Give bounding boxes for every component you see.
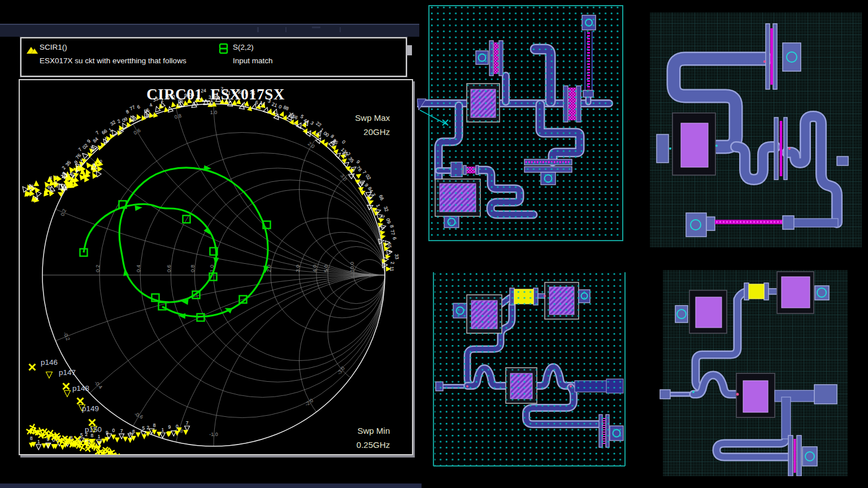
smith-grid-labels: 0.20.40.60.81.02.03.04.05.010.00.20.40.6… bbox=[59, 110, 355, 437]
svg-text:76: 76 bbox=[355, 165, 363, 173]
svg-text:35: 35 bbox=[64, 160, 72, 168]
svg-text:7: 7 bbox=[94, 129, 100, 136]
point-labels: p146p147p148p149p150 bbox=[29, 358, 102, 446]
svg-text:5: 5 bbox=[50, 189, 53, 194]
svg-text:3: 3 bbox=[310, 120, 315, 126]
svg-text:66: 66 bbox=[101, 128, 108, 136]
svg-text:1: 1 bbox=[37, 439, 40, 445]
svg-text:7: 7 bbox=[60, 182, 63, 188]
swp-min-value: 0.25GHz bbox=[316, 438, 390, 452]
svg-text:8: 8 bbox=[389, 224, 395, 228]
svg-text:84: 84 bbox=[92, 136, 99, 144]
window-scroll-nub[interactable] bbox=[406, 45, 412, 55]
svg-text:-0.6: -0.6 bbox=[133, 411, 144, 420]
yellow-triangle-marker-icon bbox=[26, 45, 41, 55]
output-pad bbox=[814, 385, 837, 404]
svg-text:66: 66 bbox=[292, 113, 299, 120]
svg-text:4: 4 bbox=[387, 250, 393, 253]
toolbar-glyph bbox=[257, 27, 259, 32]
layout-panel-top-left[interactable] bbox=[417, 5, 624, 244]
grid-dots-overlay bbox=[429, 6, 622, 240]
svg-text:8: 8 bbox=[132, 429, 135, 434]
legend-series2-name: S(2,2) bbox=[233, 43, 254, 51]
green-trace-s22 bbox=[80, 165, 271, 321]
svg-text:-1.0: -1.0 bbox=[209, 432, 218, 437]
svg-text:0: 0 bbox=[278, 103, 283, 110]
svg-text:76: 76 bbox=[75, 152, 83, 160]
direction-arrow-icon bbox=[135, 204, 143, 211]
legend-series1-name: SCIR1() bbox=[40, 43, 67, 51]
capacitor-component[interactable] bbox=[774, 117, 787, 180]
svg-text:09: 09 bbox=[121, 116, 128, 124]
sweep-min-readout: Swp Min 0.25GHz bbox=[316, 424, 390, 452]
svg-text:09: 09 bbox=[385, 217, 392, 224]
svg-text:55: 55 bbox=[386, 242, 392, 249]
svg-text:55: 55 bbox=[143, 107, 150, 115]
grid-dots-overlay bbox=[435, 273, 625, 465]
svg-text:8: 8 bbox=[80, 163, 82, 168]
svg-text:8: 8 bbox=[50, 175, 52, 180]
svg-text:9: 9 bbox=[31, 184, 33, 189]
svg-text:1: 1 bbox=[375, 203, 381, 208]
svg-text:1.0: 1.0 bbox=[210, 110, 218, 115]
page-title: CIRC01_ESX017SX bbox=[19, 86, 413, 103]
layout-panel-bottom-left[interactable] bbox=[432, 271, 627, 467]
layout-panel-bottom-right[interactable] bbox=[657, 270, 848, 476]
svg-text:9: 9 bbox=[355, 159, 361, 165]
svg-text:0.2: 0.2 bbox=[59, 208, 67, 217]
toolbar-glyph bbox=[312, 27, 320, 28]
svg-text:7: 7 bbox=[186, 420, 189, 426]
layout-panel-top-right[interactable] bbox=[650, 12, 862, 247]
point-label: p146 bbox=[41, 358, 58, 367]
background-window-toolbar bbox=[0, 24, 419, 37]
svg-text:-3.0: -3.0 bbox=[336, 365, 346, 376]
svg-text:02: 02 bbox=[364, 173, 372, 181]
svg-text:2: 2 bbox=[146, 425, 149, 430]
toolbar-glyph bbox=[285, 27, 287, 32]
legend-series2-desc: Input match bbox=[233, 56, 273, 65]
swp-min-label: Swp Min bbox=[316, 424, 390, 438]
svg-text:66: 66 bbox=[377, 194, 385, 201]
green-square-marker-icon bbox=[218, 43, 231, 55]
plot-legend: SCIR1() ESX017X su ckt with evertthing t… bbox=[20, 37, 407, 77]
svg-text:13: 13 bbox=[340, 147, 348, 155]
connection-dot bbox=[692, 391, 695, 393]
svg-text:6: 6 bbox=[136, 104, 141, 110]
svg-text:2.0: 2.0 bbox=[307, 141, 316, 150]
svg-text:32: 32 bbox=[109, 119, 117, 127]
swp-max-label: Swp Max bbox=[316, 111, 390, 125]
svg-text:77: 77 bbox=[389, 229, 396, 236]
point-label: p147 bbox=[59, 368, 76, 377]
sweep-max-readout: Swp Max 20GHz bbox=[316, 111, 390, 139]
connection-dot bbox=[715, 145, 718, 147]
svg-text:0: 0 bbox=[341, 139, 347, 145]
svg-text:0.8: 0.8 bbox=[189, 265, 196, 272]
svg-text:8: 8 bbox=[30, 435, 33, 441]
point-label: p149 bbox=[82, 404, 99, 413]
svg-text:0: 0 bbox=[99, 159, 102, 164]
point-label: p148 bbox=[72, 384, 89, 393]
svg-text:02: 02 bbox=[81, 142, 89, 150]
x-marker-icon bbox=[77, 398, 84, 404]
svg-text:10.0: 10.0 bbox=[349, 262, 355, 273]
svg-text:0.6: 0.6 bbox=[166, 265, 172, 272]
point-label: p150 bbox=[85, 425, 102, 434]
svg-text:3.0: 3.0 bbox=[294, 265, 301, 272]
svg-text:9: 9 bbox=[86, 138, 92, 145]
svg-text:0: 0 bbox=[55, 180, 57, 185]
svg-text:8: 8 bbox=[125, 108, 130, 115]
svg-text:6: 6 bbox=[392, 237, 398, 241]
port-dot bbox=[763, 60, 766, 63]
input-port-pad bbox=[660, 390, 670, 399]
legend-series1-desc: ESX017X su ckt with evertthing that foll… bbox=[40, 56, 186, 65]
x-marker-icon bbox=[89, 420, 96, 426]
wide-trace bbox=[775, 390, 815, 402]
svg-text:8: 8 bbox=[153, 422, 156, 428]
svg-text:33: 33 bbox=[394, 254, 400, 260]
mim-cap-component[interactable] bbox=[736, 373, 775, 417]
trace-descender bbox=[782, 397, 791, 439]
x-marker-icon bbox=[29, 364, 36, 371]
direction-arrow-icon bbox=[212, 258, 219, 265]
background-window-edge bbox=[0, 483, 422, 488]
svg-text:7: 7 bbox=[120, 428, 123, 434]
